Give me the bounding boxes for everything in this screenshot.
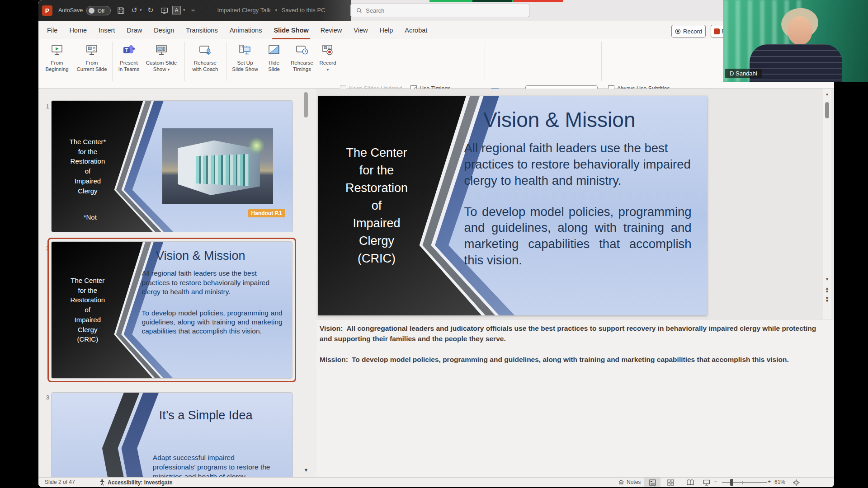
- record-button-label: Record: [683, 28, 702, 35]
- slide-paragraph[interactable]: All regional faith leaders use the best …: [464, 140, 692, 188]
- notes-mission-text: To develop model policies, programming a…: [352, 356, 789, 363]
- previous-slide-button[interactable]: ▲▲: [823, 287, 831, 292]
- zoom-in-button[interactable]: +: [768, 479, 771, 485]
- notes-text[interactable]: Vision:All congregational leaders and ju…: [320, 323, 819, 375]
- light-glow: [249, 137, 264, 154]
- reading-view-button[interactable]: [682, 478, 698, 487]
- notes-toggle-button[interactable]: Notes: [618, 479, 641, 485]
- record-show-icon: [321, 42, 335, 58]
- thumbnail-scrollbar[interactable]: ▼: [303, 89, 309, 477]
- tab-transitions[interactable]: Transitions: [180, 21, 223, 39]
- participant-name-tag: D Sandahl: [725, 69, 762, 78]
- slide-thumbnail-1[interactable]: The Center*for the Restorationof Impaire…: [51, 100, 293, 232]
- slide-body: Adapt successful impaired professionals’…: [153, 453, 276, 477]
- setup-show-icon: [238, 42, 252, 58]
- button-label: FromBeginning: [45, 60, 68, 72]
- slide-sorter-view-button[interactable]: [662, 478, 679, 487]
- screen-share-indicator-segment: [472, 0, 512, 2]
- rehearse-timings-button[interactable]: RehearseTimings: [287, 41, 317, 82]
- hide-slide-button[interactable]: HideSlide: [263, 41, 285, 82]
- building-photo: [162, 128, 273, 204]
- scroll-up-icon[interactable]: ▴: [823, 91, 831, 96]
- record-slide-show-button[interactable]: Record▾: [316, 41, 340, 82]
- font-tool-dropdown-icon[interactable]: ▾: [183, 8, 185, 12]
- zoom-out-button[interactable]: −: [714, 479, 717, 485]
- tab-animations[interactable]: Animations: [224, 21, 268, 39]
- ribbon: FromBeginning FromCurrent Slide T Presen…: [38, 39, 834, 89]
- ribbon-separator: [226, 42, 226, 81]
- slide-number-1: 1: [41, 103, 49, 110]
- notes-mission-label: Mission:: [320, 356, 348, 363]
- notes-vision-label: Vision:: [320, 324, 343, 332]
- normal-view-button[interactable]: [644, 478, 660, 487]
- slide-title[interactable]: Vision & Mission: [435, 108, 684, 131]
- redo-icon[interactable]: ↻: [145, 5, 156, 16]
- button-label: Rehearsewith Coach: [193, 60, 218, 72]
- tab-view[interactable]: View: [348, 21, 373, 39]
- slide-thumbnail-2[interactable]: The Centerfor the Restorationof Impaired…: [51, 241, 292, 379]
- scrollbar-thumb[interactable]: [304, 92, 308, 117]
- search-icon: [356, 8, 362, 14]
- document-title: Impaired Clergy Talk • Saved to this PC: [192, 7, 350, 14]
- tab-review[interactable]: Review: [315, 21, 348, 39]
- accessibility-icon: [99, 479, 105, 486]
- autosave-toggle[interactable]: Off: [86, 6, 111, 15]
- scrollbar-thumb[interactable]: [825, 102, 829, 118]
- zoom-slider-tick: [742, 481, 743, 484]
- stop-share-indicator[interactable]: [513, 0, 563, 2]
- slide-thumbnail-3[interactable]: It’s a Simple Idea Adapt successful impa…: [51, 392, 293, 477]
- tab-file[interactable]: File: [41, 21, 63, 39]
- tab-help[interactable]: Help: [374, 21, 399, 39]
- tab-insert[interactable]: Insert: [93, 21, 121, 39]
- undo-icon[interactable]: ↺: [129, 5, 140, 16]
- tab-draw[interactable]: Draw: [121, 21, 148, 39]
- search-placeholder: Search: [366, 7, 384, 14]
- notes-pane[interactable]: Vision:All congregational leaders and ju…: [316, 319, 834, 477]
- slide-paragraph[interactable]: To develop model policies, programming a…: [464, 204, 692, 268]
- font-tool-icon[interactable]: A: [172, 6, 181, 14]
- accessibility-checker[interactable]: Accessibility: Investigate: [99, 479, 172, 486]
- start-slideshow-quick-icon[interactable]: [159, 5, 170, 16]
- slide-thumbnail-2-selected[interactable]: The Centerfor the Restorationof Impaired…: [47, 238, 296, 382]
- button-label: Presentin Teams: [118, 60, 139, 72]
- next-slide-button[interactable]: ▼▼: [823, 297, 831, 302]
- undo-dropdown-icon[interactable]: ▾: [140, 8, 142, 12]
- rehearse-with-coach-button[interactable]: Rehearsewith Coach: [185, 41, 226, 82]
- slide-title: Vision & Mission: [124, 249, 278, 263]
- autosave-label: AutoSave: [58, 7, 83, 14]
- tab-design[interactable]: Design: [148, 21, 180, 39]
- ribbon-separator: [286, 42, 286, 81]
- tab-acrobat[interactable]: Acrobat: [399, 21, 433, 39]
- slide-left-text: The Centerfor the Restorationof Impaired…: [52, 242, 124, 378]
- record-button[interactable]: Record: [671, 25, 706, 38]
- slide-left-text[interactable]: The Centerfor the Restorationof Impaired…: [318, 96, 435, 315]
- set-up-slide-show-button[interactable]: Set UpSlide Show: [227, 41, 263, 82]
- zoom-level[interactable]: 61%: [774, 479, 785, 485]
- from-current-slide-button[interactable]: FromCurrent Slide: [71, 41, 113, 82]
- scroll-down-icon[interactable]: ▼: [303, 467, 309, 473]
- zoom-slider-track[interactable]: [722, 482, 767, 483]
- record-dot-icon: [675, 28, 681, 34]
- tab-home[interactable]: Home: [63, 21, 93, 39]
- custom-slide-show-button[interactable]: Custom SlideShow ▾: [139, 41, 184, 82]
- fit-to-window-button[interactable]: [788, 478, 804, 487]
- teams-icon: T: [122, 42, 136, 58]
- from-beginning-button[interactable]: FromBeginning: [39, 41, 75, 82]
- powerpoint-app-icon[interactable]: P: [42, 5, 52, 16]
- notes-icon: [618, 479, 624, 485]
- slide-paragraph: To develop model policies, programming a…: [142, 309, 283, 336]
- slide-footnote: *Not: [66, 213, 114, 221]
- search-input[interactable]: Search: [350, 4, 529, 17]
- notes-vision-text: All congregational leaders and judicator…: [320, 324, 816, 343]
- zoom-slider-thumb[interactable]: [730, 479, 733, 486]
- slide-thumbnail-panel: 1 2 3 The Center*for the Restorationof I…: [38, 89, 316, 477]
- scroll-down-icon[interactable]: ▾: [823, 277, 831, 282]
- document-save-status[interactable]: Saved to this PC: [282, 7, 326, 14]
- slide-canvas[interactable]: The Centerfor the Restorationof Impaired…: [318, 96, 707, 315]
- notes-mission-paragraph: Mission:To develop model policies, progr…: [320, 354, 819, 365]
- tab-slide-show[interactable]: Slide Show: [268, 21, 314, 39]
- presenter-body: [750, 44, 842, 82]
- save-icon[interactable]: [115, 5, 126, 16]
- webcam-video-overlay: D Sandahl: [723, 0, 868, 82]
- slide-show-view-button[interactable]: [698, 478, 715, 487]
